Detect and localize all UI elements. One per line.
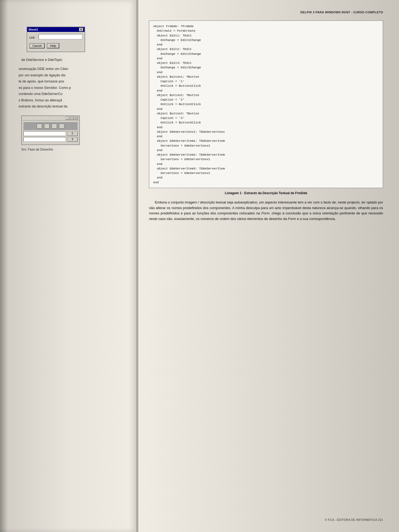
code-line-32: object DdeServerItem3: TDdeServerItem xyxy=(153,166,379,171)
code-line-10: OnChange = Edit3Change xyxy=(153,65,379,70)
code-line-15: end xyxy=(153,88,379,93)
form-input-3[interactable] xyxy=(23,137,66,142)
design-rect-2 xyxy=(44,124,49,128)
cancel-button[interactable]: Cancel xyxy=(29,43,45,48)
right-page: DELPHI 3 PARA WINDOWS 95/NT - CURSO COMP… xyxy=(138,0,399,532)
code-line-27: ServerConv = DdeServerConv1 xyxy=(153,143,379,148)
left-para-3: te de apoio, que tornasse pos xyxy=(19,79,128,84)
form-input-2[interactable] xyxy=(23,131,66,136)
spine-shadow xyxy=(0,0,8,532)
code-line-20: object Button3: TButton xyxy=(153,111,379,116)
code-line-25: end xyxy=(153,134,379,139)
form-titlebar: - □ X xyxy=(22,116,79,120)
design-rect-4 xyxy=(59,124,64,128)
code-line-8: end xyxy=(153,56,379,61)
left-para-5: contendo uma DdeServerCo xyxy=(19,91,128,97)
code-line-28: end xyxy=(153,148,379,152)
code-line-6: object Edit2: TEdit xyxy=(153,47,379,51)
left-para-1: onversação DDE entre um Clien xyxy=(19,66,128,72)
form-row-3: 3 xyxy=(23,137,78,142)
code-line-1: object FrmDde: TFrmDde xyxy=(153,24,379,28)
page-footer: © FCA - EDITORA DE INFORMÁTICA 221 xyxy=(325,518,383,521)
design-rect-1 xyxy=(37,124,42,128)
code-line-29: object DdeServerItem2: TDdeServerItem xyxy=(153,152,379,157)
code-line-33: ServerConv = DdeServerConv1 xyxy=(153,171,379,175)
code-line-31: end xyxy=(153,162,379,166)
body-paragraph: Embora o conjunto imagem / descrição tex… xyxy=(149,200,383,222)
code-line-30: ServerConv = DdeServerConv1 xyxy=(153,157,379,161)
code-line-21: Caption = '3' xyxy=(153,116,379,120)
listing-caption: Listagem 1 - Extracto da Descrição Textu… xyxy=(149,191,383,195)
dialog-body: Link Cancel Help xyxy=(27,32,85,52)
code-line-16: object Button2: TButton xyxy=(153,93,379,97)
code-line-35: end xyxy=(153,180,379,185)
form-top-strip xyxy=(23,122,78,130)
close-button[interactable]: X xyxy=(79,28,83,31)
code-line-26: object DdeServerItem1: TDdeServerItem xyxy=(153,139,379,143)
code-line-11: end xyxy=(153,70,379,74)
dialog-titlebar: Sheet1 X xyxy=(27,27,85,32)
code-line-4: OnChange = Edit1Change xyxy=(153,38,379,42)
left-body-text: onversação DDE entre um Clien por um exe… xyxy=(19,66,128,110)
code-line-2: OnCreate = FormCreate xyxy=(153,28,379,33)
code-line-12: object Button1: TButton xyxy=(153,74,379,79)
left-page: Sheet1 X Link Cancel Help de DdeService … xyxy=(0,0,138,532)
form-caption: Srv: Fase de Desenho xyxy=(21,148,128,151)
form-close-button[interactable]: X xyxy=(74,117,78,120)
code-line-19: end xyxy=(153,107,379,111)
minimize-button[interactable]: - xyxy=(66,117,69,120)
left-para-6: s Buttons. Incluo as alteraçã xyxy=(19,98,128,103)
dialog-title: Sheet1 xyxy=(28,28,38,31)
code-line-9: object Edit3: TEdit xyxy=(153,61,379,65)
code-line-23: end xyxy=(153,125,379,130)
left-para-7: extracto da descrição textual da xyxy=(19,104,128,109)
form-button-3[interactable]: 3 xyxy=(67,137,78,142)
code-line-13: Caption = '1' xyxy=(153,79,379,84)
code-line-14: OnClick = Button1Click xyxy=(153,84,379,88)
dialog-box-1: Sheet1 X Link Cancel Help xyxy=(27,27,85,52)
code-line-18: OnClick = Button2Click xyxy=(153,102,379,106)
link-label: Link xyxy=(29,36,37,39)
code-line-5: end xyxy=(153,42,379,47)
code-line-24: object DdeServerConv1: TDdeServerConv xyxy=(153,130,379,134)
form-body: 2 3 xyxy=(22,120,79,144)
page-header: DELPHI 3 PARA WINDOWS 95/NT - CURSO COMP… xyxy=(149,11,383,15)
code-line-22: OnClick = Button3Click xyxy=(153,120,379,125)
book-spread: Sheet1 X Link Cancel Help de DdeService … xyxy=(0,0,399,532)
code-box: object FrmDde: TFrmDde OnCreate = FormCr… xyxy=(149,20,383,188)
help-button[interactable]: Help xyxy=(47,43,59,48)
design-rect-3 xyxy=(52,124,57,128)
left-para-2: por um exemplo de ligação dis xyxy=(19,73,128,78)
dde-label: de DdeService e DdeTopic xyxy=(21,57,128,62)
form-controls: - □ X xyxy=(66,117,78,120)
code-line-7: OnChange = Edit2Change xyxy=(153,52,379,56)
maximize-button[interactable]: □ xyxy=(70,117,74,120)
form-button-2[interactable]: 2 xyxy=(67,131,78,136)
code-line-34: end xyxy=(153,175,379,180)
left-para-4: es para o nosso Servidor. Como p xyxy=(19,85,128,90)
code-line-17: Caption = '2' xyxy=(153,97,379,102)
form-row-2: 2 xyxy=(23,131,78,136)
link-field[interactable] xyxy=(39,34,82,39)
code-line-3: object Edit1: TEdit xyxy=(153,33,379,38)
form-box: - □ X 2 xyxy=(21,115,80,145)
